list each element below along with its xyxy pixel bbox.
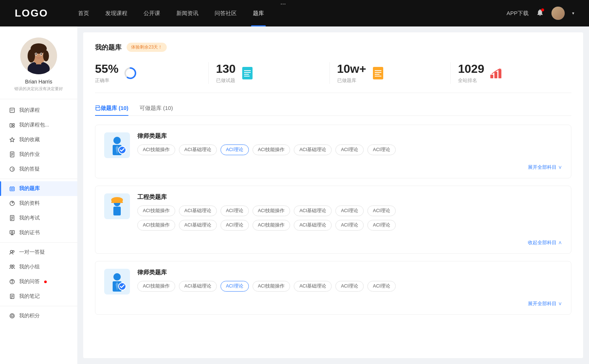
bank-tag-1-0[interactable]: ACI技能操作 <box>137 144 175 155</box>
sidebar-item-bank[interactable]: 我的题库 <box>0 181 77 196</box>
bank-tag-1-6[interactable]: ACI理论 <box>367 144 396 155</box>
nav-open-course[interactable]: 公开课 <box>135 0 168 26</box>
bank-tags-2-row1: ACI技能操作 ACI基础理论 ACI理论 ACI技能操作 ACI基础理论 AC… <box>137 206 562 216</box>
bank-expand-1[interactable]: 展开全部科目 ∨ <box>104 164 562 171</box>
sidebar-item-package[interactable]: 我的课程包... <box>0 118 77 132</box>
bank-tag-3-3[interactable]: ACI技能操作 <box>253 281 290 292</box>
bank-expand-3[interactable]: 展开全部科目 ∨ <box>104 300 562 307</box>
svg-point-5 <box>28 49 35 63</box>
bank-tags-1: ACI技能操作 ACI基础理论 ACI理论 ACI技能操作 ACI基础理论 AC… <box>137 144 562 155</box>
bank-tag-2-r2-4[interactable]: ACI基础理论 <box>294 220 332 231</box>
sidebar-label-oneone: 一对一答疑 <box>19 249 45 256</box>
banks-icon <box>371 67 385 80</box>
package-icon <box>9 122 15 128</box>
avatar-portrait <box>20 38 57 74</box>
nav-news[interactable]: 新闻资讯 <box>168 0 207 26</box>
sidebar-item-cert[interactable]: 我的证书 <box>0 225 77 240</box>
bank-tag-3-1[interactable]: ACI基础理论 <box>179 281 217 292</box>
tab-available[interactable]: 可做题库 (10) <box>140 105 173 115</box>
bank-tag-1-2[interactable]: ACI理论 <box>221 144 249 155</box>
bank-tag-1-1[interactable]: ACI基础理论 <box>179 144 217 155</box>
stat-banks-label: 已做题库 <box>337 77 366 84</box>
app-download-button[interactable]: APP下载 <box>507 10 529 17</box>
avatar[interactable] <box>551 7 565 20</box>
homework-icon <box>9 151 15 158</box>
sidebar-item-note[interactable]: 我的笔记 <box>0 289 77 304</box>
bank-tag-2-r2-0[interactable]: ACI技能操作 <box>137 220 175 231</box>
bank-tag-2-6[interactable]: ACI理论 <box>367 206 396 216</box>
sidebar-divider-1 <box>0 179 77 179</box>
question-notification-dot <box>44 281 47 283</box>
bank-tag-2-0[interactable]: ACI技能操作 <box>137 206 175 216</box>
svg-rect-72 <box>111 201 123 203</box>
svg-point-40 <box>13 265 14 267</box>
bank-tag-3-4[interactable]: ACI基础理论 <box>294 281 332 292</box>
nav-home[interactable]: 首页 <box>70 0 97 26</box>
note-icon <box>9 293 15 300</box>
svg-rect-60 <box>375 76 381 76</box>
sidebar-item-mydata[interactable]: 我的资料 <box>0 196 77 211</box>
stat-questions: 130 已做试题 <box>209 62 330 84</box>
bank-tag-2-1[interactable]: ACI基础理论 <box>179 206 217 216</box>
bank-tag-2-r2-1[interactable]: ACI基础理论 <box>179 220 217 231</box>
notification-bell[interactable] <box>536 8 544 18</box>
bank-tag-3-0[interactable]: ACI技能操作 <box>137 281 175 292</box>
star-icon <box>9 136 15 143</box>
bank-tag-2-r2-6[interactable]: ACI理论 <box>367 220 396 231</box>
sidebar-item-course[interactable]: 我的课程 <box>0 103 77 118</box>
nav-more[interactable]: ··· <box>272 0 294 26</box>
sidebar-divider-3 <box>0 306 77 306</box>
account-chevron[interactable]: ▾ <box>572 11 574 16</box>
bank-tag-2-2[interactable]: ACI理论 <box>221 206 249 216</box>
sidebar-item-points[interactable]: 我的积分 <box>0 308 77 323</box>
bank-tags-3: ACI技能操作 ACI基础理论 ACI理论 ACI技能操作 ACI基础理论 AC… <box>137 281 562 292</box>
nav-qa[interactable]: 问答社区 <box>207 0 245 26</box>
sidebar-item-myqa[interactable]: ? 我的答疑 <box>0 162 77 176</box>
sidebar-item-exam[interactable]: 我的考试 <box>0 211 77 225</box>
nav-right: APP下载 ▾ <box>507 7 574 20</box>
page-header: 我的题库 体验剩余23天！ <box>95 43 571 52</box>
bank-tag-2-r2-5[interactable]: ACI理论 <box>335 220 364 231</box>
nav-bank[interactable]: 题库 <box>245 0 272 26</box>
svg-rect-70 <box>113 207 121 215</box>
sidebar-item-group[interactable]: 我的小组 <box>0 260 77 274</box>
svg-point-42 <box>12 282 13 283</box>
sidebar-menu: 我的课程 我的课程包... 我的收藏 我的作业 <box>0 103 77 323</box>
svg-marker-17 <box>10 138 14 142</box>
bank-tag-1-5[interactable]: ACI理论 <box>335 144 364 155</box>
bank-tag-2-4[interactable]: ACI基础理论 <box>294 206 332 216</box>
bank-collapse-2[interactable]: 收起全部科目 ∧ <box>104 239 562 246</box>
bank-tag-2-r2-2[interactable]: ACI理论 <box>221 220 249 231</box>
bank-tag-2-3[interactable]: ACI技能操作 <box>253 206 290 216</box>
tab-done[interactable]: 已做题库 (10) <box>95 105 128 115</box>
bank-tag-3-5[interactable]: ACI理论 <box>335 281 364 292</box>
svg-rect-14 <box>10 124 12 127</box>
bank-tag-1-3[interactable]: ACI技能操作 <box>253 144 290 155</box>
sidebar-label-note: 我的笔记 <box>19 293 40 300</box>
svg-point-73 <box>113 273 121 281</box>
questions-icon <box>241 67 254 80</box>
sidebar-label-favorites: 我的收藏 <box>19 136 40 143</box>
bank-icon-lawyer-3 <box>104 269 130 295</box>
bank-tag-1-4[interactable]: ACI基础理论 <box>294 144 332 155</box>
stat-banks-number: 10w+ <box>337 62 366 76</box>
bank-tag-3-2[interactable]: ACI理论 <box>221 281 249 292</box>
bank-tag-2-r2-3[interactable]: ACI技能操作 <box>253 220 290 231</box>
bank-tag-2-5[interactable]: ACI理论 <box>335 206 364 216</box>
sidebar-item-homework[interactable]: 我的作业 <box>0 147 77 162</box>
user-motto: 错误的决定比没有决定要好 <box>14 86 63 92</box>
sidebar-item-question[interactable]: 我的问答 <box>0 274 77 289</box>
svg-rect-16 <box>13 126 14 127</box>
cert-icon <box>9 229 15 236</box>
stat-rank-number: 1029 <box>458 62 484 76</box>
myqa-icon: ? <box>9 166 15 172</box>
nav-discover[interactable]: 发现课程 <box>97 0 135 26</box>
sidebar-item-oneone[interactable]: 一对一答疑 <box>0 245 77 260</box>
sidebar-label-mydata: 我的资料 <box>19 200 40 207</box>
rank-icon <box>489 67 502 80</box>
notification-dot <box>541 8 544 11</box>
tabs: 已做题库 (10) 可做题库 (10) <box>95 105 571 116</box>
sidebar-label-homework: 我的作业 <box>19 151 40 158</box>
sidebar-item-favorites[interactable]: 我的收藏 <box>0 132 77 147</box>
bank-tag-3-6[interactable]: ACI理论 <box>367 281 396 292</box>
